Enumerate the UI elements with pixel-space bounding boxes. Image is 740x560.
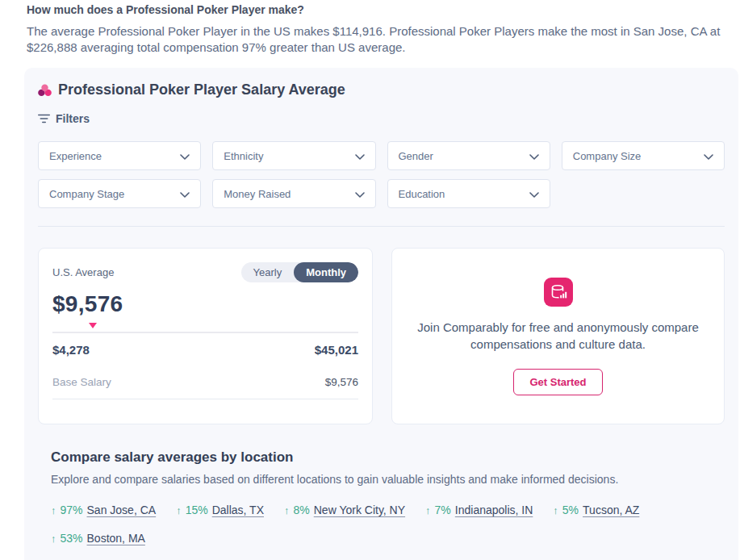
- dropdown-experience[interactable]: Experience: [38, 141, 201, 170]
- locations-section: Compare salary averages by location Expl…: [38, 449, 725, 545]
- salary-range-bar: [52, 332, 358, 333]
- dropdown-education[interactable]: Education: [387, 179, 550, 208]
- period-toggle: Yearly Monthly: [241, 262, 358, 282]
- location-item: ↑ 53% Boston, MA: [51, 532, 145, 545]
- arrow-up-icon: ↑: [51, 533, 56, 545]
- filter-dropdowns: Experience Ethnicity Gender Company Size…: [38, 141, 725, 208]
- chevron-down-icon: [704, 150, 713, 162]
- salary-range-track: [52, 322, 358, 329]
- salary-marker: [89, 323, 97, 328]
- arrow-up-icon: ↑: [176, 504, 182, 516]
- location-link-tucson[interactable]: Tucson, AZ: [583, 504, 639, 516]
- locations-title: Compare salary averages by location: [51, 449, 725, 466]
- location-item: ↑ 7% Indianapolis, IN: [425, 504, 533, 516]
- dropdown-label: Company Stage: [49, 188, 124, 200]
- location-delta: 7%: [435, 504, 451, 516]
- dropdown-company-size[interactable]: Company Size: [562, 141, 725, 170]
- location-item: ↑ 5% Tucson, AZ: [553, 504, 639, 516]
- location-links: ↑ 97% San Jose, CA ↑ 15% Dallas, TX ↑ 8%…: [51, 504, 696, 545]
- filters-label: Filters: [56, 112, 90, 125]
- arrow-up-icon: ↑: [553, 504, 558, 516]
- average-salary-amount: $9,576: [52, 291, 358, 317]
- cards-row: U.S. Average Yearly Monthly $9,576 $4,27…: [38, 248, 725, 424]
- location-item: ↑ 15% Dallas, TX: [176, 504, 264, 516]
- dropdown-label: Company Size: [573, 150, 642, 162]
- location-link-new-york[interactable]: New York City, NY: [314, 504, 405, 516]
- database-icon: [544, 278, 573, 307]
- page-question: How much does a Professional Poker Playe…: [27, 3, 740, 16]
- chevron-down-icon: [180, 150, 190, 162]
- page-header: How much does a Professional Poker Playe…: [0, 0, 740, 56]
- panel-title-row: Professional Poker Player Salary Average: [38, 81, 725, 98]
- get-started-button[interactable]: Get Started: [513, 369, 602, 395]
- chevron-down-icon: [529, 150, 539, 162]
- dropdown-label: Gender: [399, 150, 433, 162]
- join-comparably-card: Join Comparably for free and anonymously…: [391, 248, 725, 424]
- page-answer: The average Professional Poker Player in…: [27, 23, 721, 56]
- location-delta: 97%: [61, 504, 83, 516]
- dropdown-ethnicity[interactable]: Ethnicity: [212, 141, 375, 170]
- salary-range-max: $45,021: [315, 343, 358, 357]
- location-link-indianapolis[interactable]: Indianapolis, IN: [455, 504, 533, 516]
- location-item: ↑ 97% San Jose, CA: [51, 504, 156, 516]
- toggle-yearly[interactable]: Yearly: [241, 262, 295, 282]
- us-average-card: U.S. Average Yearly Monthly $9,576 $4,27…: [38, 248, 373, 424]
- location-delta: 5%: [562, 504, 579, 516]
- arrow-up-icon: ↑: [425, 504, 431, 516]
- salary-panel: Professional Poker Player Salary Average…: [24, 68, 738, 560]
- dropdown-label: Education: [399, 188, 445, 200]
- location-delta: 53%: [61, 532, 83, 545]
- dropdown-label: Ethnicity: [224, 150, 263, 162]
- salary-range-min: $4,278: [52, 343, 90, 357]
- arrow-up-icon: ↑: [51, 504, 56, 516]
- locations-subtitle: Explore and compare salaries based on di…: [51, 473, 725, 486]
- club-icon: [38, 84, 52, 97]
- dropdown-label: Experience: [49, 150, 102, 162]
- location-delta: 15%: [186, 504, 208, 516]
- dropdown-gender[interactable]: Gender: [387, 141, 550, 170]
- chevron-down-icon: [180, 188, 190, 200]
- us-average-label: U.S. Average: [52, 266, 114, 278]
- section-divider: [38, 226, 725, 227]
- arrow-up-icon: ↑: [284, 504, 290, 516]
- chevron-down-icon: [355, 150, 365, 162]
- base-salary-label: Base Salary: [52, 376, 111, 388]
- page-title: Professional Poker Player Salary Average: [58, 81, 345, 98]
- location-item: ↑ 8% New York City, NY: [284, 504, 405, 516]
- dropdown-company-stage[interactable]: Company Stage: [38, 179, 201, 208]
- base-salary-row: Base Salary $9,576: [52, 376, 358, 399]
- base-salary-value: $9,576: [325, 376, 358, 388]
- location-link-dallas[interactable]: Dallas, TX: [212, 504, 264, 516]
- chevron-down-icon: [529, 188, 539, 200]
- location-link-boston[interactable]: Boston, MA: [87, 532, 145, 545]
- chevron-down-icon: [355, 188, 365, 200]
- location-link-san-jose[interactable]: San Jose, CA: [87, 504, 157, 516]
- dropdown-money-raised[interactable]: Money Raised: [212, 179, 375, 208]
- filters-toggle[interactable]: Filters: [38, 112, 725, 125]
- filter-icon: [38, 114, 50, 123]
- dropdown-label: Money Raised: [224, 188, 291, 200]
- location-delta: 8%: [294, 504, 310, 516]
- join-message: Join Comparably for free and anonymously…: [409, 319, 708, 353]
- toggle-monthly[interactable]: Monthly: [294, 262, 358, 282]
